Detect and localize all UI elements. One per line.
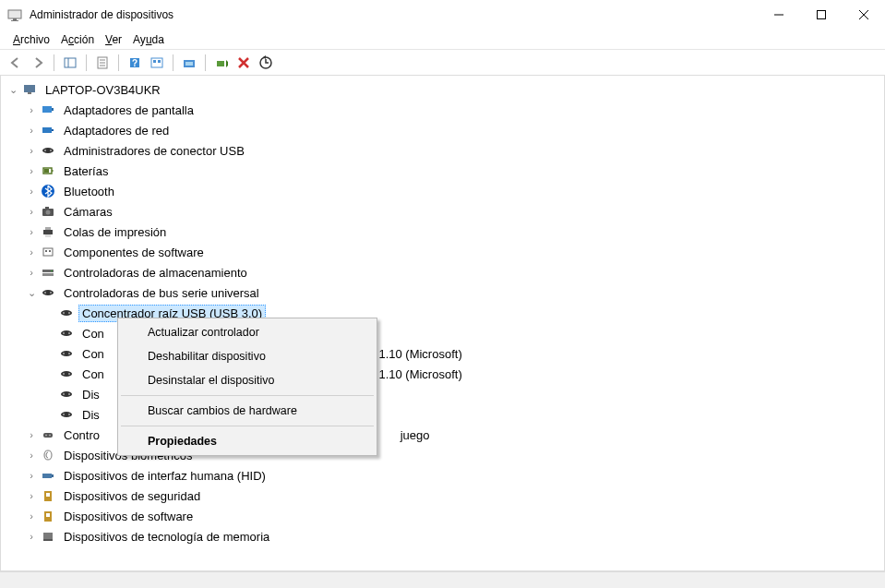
chevron-right-icon[interactable]: ›: [25, 246, 38, 258]
menu-action[interactable]: Acción: [55, 31, 100, 48]
svg-text:?: ?: [132, 58, 138, 68]
cat-batteries[interactable]: ›Baterías: [6, 161, 884, 181]
chevron-right-icon[interactable]: ›: [25, 144, 38, 157]
chevron-right-icon[interactable]: ›: [25, 449, 38, 462]
cat-print-queues[interactable]: ›Colas de impresión: [6, 222, 884, 242]
cm-uninstall-device[interactable]: Desinstalar el dispositivo: [120, 368, 375, 392]
chevron-right-icon[interactable]: ›: [25, 510, 38, 522]
cat-usb-connector[interactable]: ›Administradores de conector USB: [6, 140, 884, 161]
cm-scan-hardware[interactable]: Buscar cambios de hardware: [120, 399, 375, 423]
device-tree: ⌄ LAPTOP-OV3B4UKR ›Adaptadores de pantal…: [1, 78, 884, 550]
forward-button[interactable]: [28, 53, 48, 73]
chevron-right-icon[interactable]: ›: [25, 489, 38, 502]
menu-help[interactable]: Ayuda: [127, 31, 170, 48]
chevron-down-icon[interactable]: ⌄: [25, 286, 38, 299]
svg-point-48: [44, 292, 46, 294]
cat-display[interactable]: ›Adaptadores de pantalla: [6, 100, 884, 120]
tree-root[interactable]: ⌄ LAPTOP-OV3B4UKR: [6, 79, 884, 100]
client-area: ⌄ LAPTOP-OV3B4UKR ›Adaptadores de pantal…: [0, 76, 885, 571]
svg-point-64: [68, 393, 70, 395]
svg-rect-32: [52, 170, 54, 172]
back-button[interactable]: [6, 53, 26, 73]
cat-memory-tech[interactable]: ›Dispositivos de tecnología de memoria: [6, 526, 884, 546]
enable-device-button[interactable]: [211, 53, 232, 73]
cat-bluetooth[interactable]: ›Bluetooth: [6, 181, 884, 201]
chevron-right-icon[interactable]: ›: [25, 530, 38, 543]
svg-rect-33: [44, 169, 49, 173]
cm-separator: [121, 426, 374, 426]
usb-device-icon: [58, 387, 75, 402]
svg-point-63: [63, 393, 65, 395]
display-adapter-icon: [40, 102, 56, 117]
usb-device-icon: [58, 326, 75, 341]
svg-rect-42: [45, 250, 47, 252]
usb-controller-icon: [40, 285, 56, 300]
properties-button[interactable]: [92, 53, 113, 73]
svg-point-52: [68, 312, 70, 314]
computer-icon: [21, 82, 38, 97]
svg-rect-39: [45, 227, 51, 230]
cat-usb-bus[interactable]: ⌄Controladoras de bus serie universal: [6, 282, 884, 303]
cm-disable-device[interactable]: Deshabilitar dispositivo: [120, 344, 375, 368]
svg-point-65: [61, 412, 72, 417]
show-hide-tree-button[interactable]: [60, 53, 80, 73]
svg-rect-38: [43, 230, 53, 234]
chevron-down-icon[interactable]: ⌄: [6, 83, 19, 96]
svg-rect-4: [818, 11, 826, 19]
hid-icon: [40, 468, 56, 483]
chevron-right-icon[interactable]: ›: [25, 225, 38, 238]
cat-cameras[interactable]: ›Cámaras: [6, 201, 884, 222]
status-bar: [0, 571, 885, 588]
svg-point-56: [61, 351, 72, 356]
maximize-button[interactable]: [800, 0, 843, 30]
cat-software-devices[interactable]: ›Dispositivos de software: [6, 506, 884, 526]
chevron-right-icon[interactable]: ›: [25, 185, 38, 198]
svg-point-60: [63, 373, 65, 375]
svg-rect-45: [42, 273, 54, 276]
cat-network[interactable]: ›Adaptadores de red: [6, 120, 884, 140]
uninstall-device-button[interactable]: [233, 53, 254, 73]
network-adapter-icon: [40, 123, 56, 138]
tree-root-label: LAPTOP-OV3B4UKR: [42, 81, 164, 99]
menu-file[interactable]: Archivo: [7, 31, 55, 48]
close-button[interactable]: [843, 0, 885, 30]
svg-rect-26: [42, 127, 52, 133]
chevron-right-icon[interactable]: ›: [25, 124, 38, 137]
chevron-right-icon[interactable]: ›: [25, 428, 38, 441]
chevron-right-icon[interactable]: ›: [25, 266, 38, 279]
svg-rect-74: [46, 493, 50, 497]
svg-rect-72: [52, 474, 54, 477]
update-driver-button[interactable]: [179, 53, 199, 73]
window-title: Administrador de dispositivos: [30, 8, 758, 21]
toolbar: ?: [0, 50, 885, 76]
svg-rect-27: [52, 129, 54, 131]
usb-device-icon: [58, 306, 75, 320]
scan-hardware-button[interactable]: [256, 53, 276, 73]
cat-security[interactable]: ›Dispositivos de seguridad: [6, 486, 884, 506]
menu-view[interactable]: Ver: [100, 31, 127, 48]
view-icons-button[interactable]: [147, 53, 167, 73]
chevron-right-icon[interactable]: ›: [25, 103, 38, 116]
svg-rect-7: [65, 58, 76, 67]
device-tree-panel[interactable]: ⌄ LAPTOP-OV3B4UKR ›Adaptadores de pantal…: [0, 76, 885, 571]
svg-rect-37: [45, 207, 49, 209]
svg-point-69: [45, 435, 47, 437]
cm-properties[interactable]: Propiedades: [120, 429, 375, 453]
chevron-right-icon[interactable]: ›: [25, 469, 38, 482]
svg-rect-17: [158, 60, 161, 63]
cm-update-driver[interactable]: Actualizar controlador: [120, 320, 375, 344]
svg-rect-25: [52, 108, 54, 111]
chevron-right-icon[interactable]: ›: [25, 164, 38, 177]
cat-software-components[interactable]: ›Componentes de software: [6, 242, 884, 262]
cat-hid[interactable]: ›Dispositivos de interfaz humana (HID): [6, 465, 884, 486]
svg-point-55: [68, 332, 70, 334]
chevron-right-icon[interactable]: ›: [25, 205, 38, 218]
svg-point-66: [63, 414, 65, 415]
svg-rect-2: [11, 20, 18, 21]
printer-icon: [40, 224, 56, 239]
help-button[interactable]: ?: [125, 53, 145, 73]
minimize-button[interactable]: [758, 0, 800, 30]
cat-storage[interactable]: ›Controladoras de almacenamiento: [6, 262, 884, 282]
title-bar: Administrador de dispositivos: [0, 0, 885, 30]
svg-point-30: [50, 150, 52, 151]
